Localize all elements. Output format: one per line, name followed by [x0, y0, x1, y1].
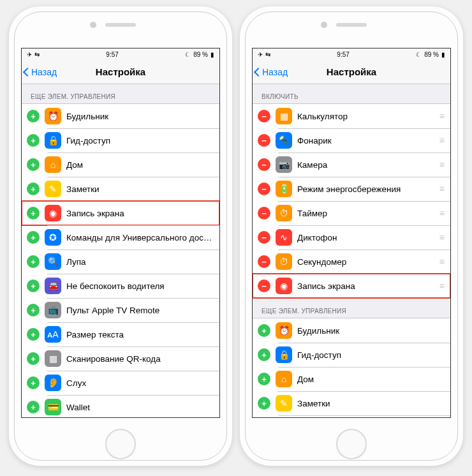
status-bar: ✈︎ ⇆ 9:57 ☾ 89 % ▮	[253, 48, 450, 60]
row-label: Калькулятор	[297, 112, 434, 121]
battery-icon: ▮	[441, 51, 445, 58]
add-button[interactable]: +	[27, 255, 40, 268]
list-row[interactable]: −🔦Фонарик≡	[253, 128, 450, 152]
nav-bar: Назад Настройка	[22, 60, 219, 84]
remove-button[interactable]: −	[258, 110, 270, 123]
back-label: Назад	[31, 67, 57, 77]
app-icon: ⌂	[276, 371, 292, 387]
row-label: Пульт Apple TV Remote	[66, 306, 213, 315]
drag-handle-icon[interactable]: ≡	[439, 281, 444, 291]
app-icon: 💳	[45, 399, 61, 415]
drag-handle-icon[interactable]: ≡	[439, 232, 444, 242]
home-button[interactable]	[336, 429, 367, 459]
list-row[interactable]: −◉Запись экрана≡	[253, 274, 450, 298]
row-label: Команды для Универсального дост…	[66, 233, 213, 242]
add-button[interactable]: +	[27, 279, 40, 292]
add-button[interactable]: +	[27, 376, 40, 389]
screen-left: ✈︎ ⇆ 9:57 ☾ 89 % ▮ Назад Настройка ЕЩЕ Э…	[21, 48, 220, 418]
add-button[interactable]: +	[27, 352, 40, 365]
app-icon: ✪	[45, 229, 61, 246]
list-row[interactable]: +⏰Будильник	[22, 104, 219, 128]
list-more-right: +⏰Будильник+🔒Гид-доступ+⌂Дом+✎Заметки+✪К…	[253, 318, 450, 417]
content-scroll[interactable]: ВКЛЮЧИТЬ −▦Калькулятор≡−🔦Фонарик≡−📷Камер…	[253, 84, 450, 417]
add-button[interactable]: +	[258, 324, 270, 337]
drag-handle-icon[interactable]: ≡	[439, 208, 444, 218]
list-row[interactable]: +💳Wallet	[22, 395, 219, 417]
phone-right: ✈︎ ⇆ 9:57 ☾ 89 % ▮ Назад Настройка ВКЛЮЧ…	[240, 6, 463, 466]
drag-handle-icon[interactable]: ≡	[439, 160, 444, 170]
row-label: Лупа	[66, 257, 213, 267]
status-time: 9:57	[106, 51, 118, 58]
add-button[interactable]: +	[27, 158, 40, 171]
status-time: 9:57	[337, 51, 349, 58]
list-row[interactable]: −▦Калькулятор≡	[253, 104, 450, 128]
remove-button[interactable]: −	[258, 279, 270, 292]
add-button[interactable]: +	[258, 373, 270, 385]
app-icon: ✎	[276, 395, 292, 412]
home-button[interactable]	[105, 429, 136, 459]
app-icon: 👂	[45, 375, 61, 391]
list-row[interactable]: +⌂Дом	[253, 367, 450, 391]
row-label: Диктофон	[297, 233, 434, 242]
remove-button[interactable]: −	[258, 255, 270, 268]
list-row[interactable]: +◉Запись экрана	[22, 201, 219, 225]
remove-button[interactable]: −	[258, 231, 270, 244]
drag-handle-icon[interactable]: ≡	[439, 184, 444, 194]
add-button[interactable]: +	[27, 304, 40, 316]
wifi-icon: ⇆	[34, 51, 40, 58]
moon-icon: ☾	[185, 51, 191, 58]
list-row[interactable]: +👂Слух	[22, 371, 219, 395]
list-row[interactable]: +📺Пульт Apple TV Remote	[22, 298, 219, 322]
row-label: Запись экрана	[66, 209, 213, 218]
back-button[interactable]: Назад	[255, 67, 288, 77]
list-row[interactable]: +✎Заметки	[253, 391, 450, 415]
remove-button[interactable]: −	[258, 207, 270, 219]
remove-button[interactable]: −	[258, 158, 270, 171]
list-row[interactable]: +🔍Лупа	[22, 249, 219, 274]
list-row[interactable]: −⏱Таймер≡	[253, 201, 450, 225]
list-row[interactable]: −⏱Секундомер≡	[253, 249, 450, 274]
app-icon: ⏱	[276, 253, 292, 270]
list-more-left: +⏰Будильник+🔒Гид-доступ+⌂Дом+✎Заметки+◉З…	[22, 103, 219, 417]
wifi-icon: ⇆	[265, 51, 270, 58]
list-row[interactable]: +🔒Гид-доступ	[253, 343, 450, 367]
drag-handle-icon[interactable]: ≡	[439, 257, 444, 267]
app-icon: ⌂	[45, 156, 61, 173]
row-label: Сканирование QR-кода	[66, 354, 213, 364]
add-button[interactable]: +	[27, 110, 40, 123]
drag-handle-icon[interactable]: ≡	[439, 111, 444, 121]
list-row[interactable]: +⌂Дом	[22, 152, 219, 177]
list-row[interactable]: +✪Команды для Универсального дост…	[253, 415, 450, 417]
app-icon: 🔒	[276, 346, 292, 363]
list-row[interactable]: +ᴀAРазмер текста	[22, 322, 219, 346]
list-row[interactable]: +🚘Не беспокоить водителя	[22, 274, 219, 298]
remove-button[interactable]: −	[258, 182, 270, 195]
add-button[interactable]: +	[27, 401, 40, 413]
list-row[interactable]: −∿Диктофон≡	[253, 225, 450, 249]
list-row[interactable]: −📷Камера≡	[253, 152, 450, 177]
remove-button[interactable]: −	[258, 134, 270, 147]
list-row[interactable]: +🔒Гид-доступ	[22, 128, 219, 152]
list-row[interactable]: −🔋Режим энергосбережения≡	[253, 177, 450, 201]
row-label: Таймер	[297, 209, 434, 218]
list-row[interactable]: +⏰Будильник	[253, 318, 450, 343]
airplane-icon: ✈︎	[27, 51, 32, 58]
battery-icon: ▮	[210, 51, 214, 58]
status-battery: 89 %	[193, 51, 208, 58]
content-scroll[interactable]: ЕЩЕ ЭЛЕМ. УПРАВЛЕНИЯ +⏰Будильник+🔒Гид-до…	[22, 84, 219, 417]
add-button[interactable]: +	[27, 328, 40, 341]
back-button[interactable]: Назад	[24, 67, 57, 77]
drag-handle-icon[interactable]: ≡	[439, 135, 444, 145]
list-row[interactable]: +▦Сканирование QR-кода	[22, 346, 219, 371]
app-icon: ◉	[276, 278, 292, 294]
chevron-left-icon	[255, 67, 262, 77]
add-button[interactable]: +	[27, 134, 40, 147]
list-row[interactable]: +✪Команды для Универсального дост…	[22, 225, 219, 249]
list-row[interactable]: +✎Заметки	[22, 177, 219, 201]
add-button[interactable]: +	[27, 231, 40, 244]
row-label: Режим энергосбережения	[297, 184, 434, 194]
add-button[interactable]: +	[27, 182, 40, 195]
add-button[interactable]: +	[258, 397, 270, 410]
add-button[interactable]: +	[27, 207, 40, 219]
add-button[interactable]: +	[258, 348, 270, 361]
